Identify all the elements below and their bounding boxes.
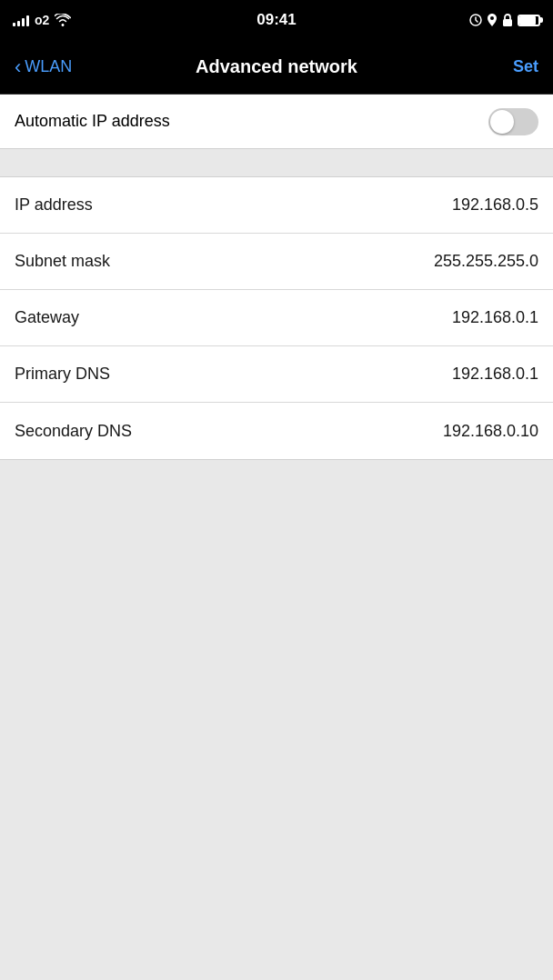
back-button[interactable]: ‹ WLAN — [15, 57, 72, 77]
spacer — [0, 149, 553, 176]
toggle-knob — [490, 110, 514, 134]
signal-icon — [13, 14, 29, 26]
status-bar: o2 09:41 — [0, 0, 553, 40]
row-value: 192.168.0.1 — [452, 365, 538, 384]
carrier-label: o2 — [35, 13, 49, 27]
svg-rect-2 — [503, 19, 512, 26]
set-button[interactable]: Set — [513, 57, 538, 76]
automatic-ip-toggle[interactable] — [488, 108, 538, 135]
row-label: Gateway — [15, 308, 79, 327]
page-title: Advanced network — [196, 56, 357, 77]
row-value: 192.168.0.5 — [452, 195, 538, 215]
location-icon — [487, 14, 498, 26]
automatic-ip-label: Automatic IP address — [15, 112, 170, 131]
table-row[interactable]: Primary DNS192.168.0.1 — [0, 346, 553, 403]
automatic-ip-row: Automatic IP address — [0, 95, 553, 149]
table-row[interactable]: Subnet mask255.255.255.0 — [0, 234, 553, 290]
navigation-bar: ‹ WLAN Advanced network Set — [0, 40, 553, 95]
content-area: Automatic IP address IP address192.168.0… — [0, 95, 553, 824]
table-row[interactable]: IP address192.168.0.5 — [0, 177, 553, 234]
status-right — [469, 14, 540, 26]
row-label: Subnet mask — [15, 252, 110, 271]
row-label: Secondary DNS — [15, 422, 132, 441]
row-value: 192.168.0.1 — [452, 308, 538, 327]
network-settings-section: IP address192.168.0.5Subnet mask255.255.… — [0, 176, 553, 460]
row-value: 192.168.0.10 — [443, 422, 538, 441]
svg-point-1 — [490, 16, 494, 20]
back-label: WLAN — [25, 57, 72, 76]
bottom-area — [0, 460, 553, 824]
lock-icon — [502, 14, 513, 26]
status-left: o2 — [13, 13, 71, 27]
clock-icon — [469, 14, 482, 26]
back-chevron-icon: ‹ — [15, 57, 21, 77]
battery-icon — [518, 15, 540, 26]
table-row[interactable]: Secondary DNS192.168.0.10 — [0, 403, 553, 459]
status-time: 09:41 — [256, 11, 296, 29]
table-row[interactable]: Gateway192.168.0.1 — [0, 290, 553, 346]
row-label: Primary DNS — [15, 365, 110, 384]
row-label: IP address — [15, 195, 93, 215]
row-value: 255.255.255.0 — [434, 252, 538, 271]
wifi-icon — [55, 14, 71, 26]
